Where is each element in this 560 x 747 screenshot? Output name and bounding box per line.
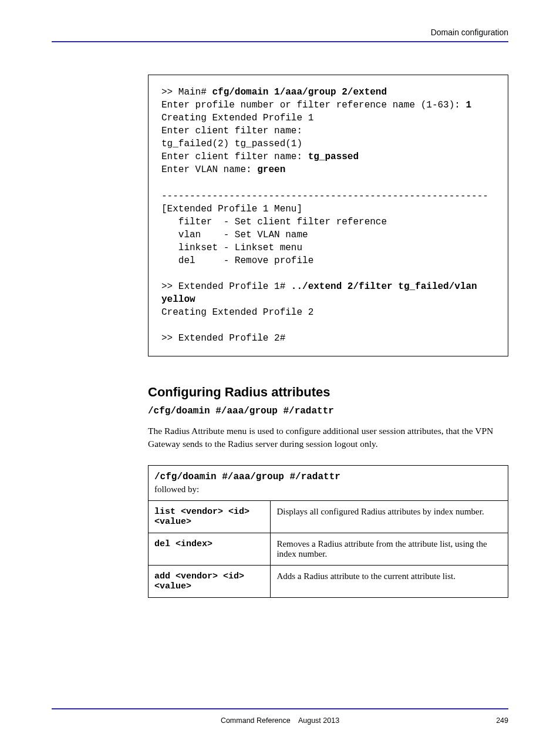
user-input: green (257, 164, 285, 175)
section-command-path: /cfg/doamin #/aaa/group #/radattr (148, 406, 508, 416)
prompt: >> Extended Profile 1# (161, 281, 291, 292)
header-rule (52, 41, 508, 42)
term-line: Creating Extended Profile 1 (161, 113, 313, 123)
table-header-path: /cfg/doamin #/aaa/group #/radattr (154, 472, 502, 482)
section-heading: Configuring Radius attributes (52, 385, 508, 400)
command: cfg/domain 1/aaa/group 2/extend (212, 87, 387, 97)
cmd-cell: del <index> (149, 533, 271, 565)
term-line: Enter profile number or filter reference… (161, 100, 465, 110)
footer: Command Reference August 2013 249 (52, 716, 508, 725)
desc-cell: Displays all configured Radius attribute… (271, 500, 508, 533)
user-input: tg_passed (308, 152, 359, 162)
prompt: >> Extended Profile 2# (161, 333, 285, 344)
term-line: vlan - Set VLAN name (161, 230, 308, 240)
table-row: list <vendor> <id> <value> Displays all … (149, 500, 508, 533)
term-line: Creating Extended Profile 2 (161, 307, 313, 318)
desc-cell: Adds a Radius attribute to the current a… (271, 565, 508, 597)
terminal-example: >> Main# cfg/domain 1/aaa/group 2/extend… (148, 75, 508, 356)
command-table: /cfg/doamin #/aaa/group #/radattr follow… (148, 465, 508, 598)
prompt: >> Main# (161, 87, 212, 97)
term-line: del - Remove profile (161, 255, 313, 266)
user-input: 1 (465, 100, 471, 110)
table-row: del <index> Removes a Radius attribute f… (149, 533, 508, 565)
footer-left (52, 716, 99, 725)
page: Domain configuration >> Main# cfg/domain… (0, 0, 560, 747)
table-header-cell: /cfg/doamin #/aaa/group #/radattr follow… (149, 465, 508, 500)
term-line: Enter VLAN name: (161, 164, 257, 175)
header-section-label: Domain configuration (431, 28, 508, 37)
cmd-cell: list <vendor> <id> <value> (149, 500, 271, 533)
cmd-cell: add <vendor> <id> <value> (149, 565, 271, 597)
term-line: [Extended Profile 1 Menu] (161, 204, 302, 214)
term-line: linkset - Linkset menu (161, 243, 302, 253)
footer-page-number: 249 (461, 716, 508, 725)
term-line: Enter client filter name: (161, 152, 308, 162)
term-line: tg_failed(2) tg_passed(1) (161, 139, 302, 149)
table-header-sub: followed by: (154, 484, 502, 494)
footer-rule (52, 708, 508, 709)
term-line: filter - Set client filter reference (161, 217, 387, 227)
table-header-row: /cfg/doamin #/aaa/group #/radattr follow… (149, 465, 508, 500)
table-row: add <vendor> <id> <value> Adds a Radius … (149, 565, 508, 597)
term-line: Enter client filter name: (161, 126, 302, 136)
term-hr: ----------------------------------------… (161, 191, 488, 201)
footer-center: Command Reference August 2013 (99, 716, 461, 725)
desc-cell: Removes a Radius attribute from the attr… (271, 533, 508, 565)
section-body: The Radius Attribute menu is used to con… (148, 425, 508, 451)
